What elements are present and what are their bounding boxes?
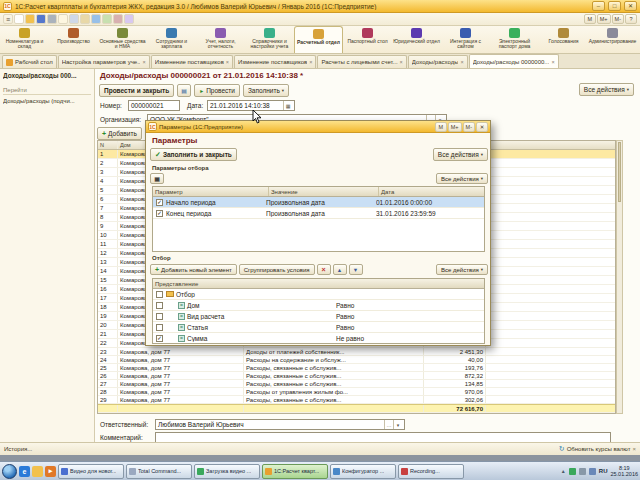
doc-tab[interactable]: Настройка параметров уче...× bbox=[58, 55, 150, 68]
network-icon[interactable] bbox=[589, 468, 596, 475]
close-icon[interactable]: × bbox=[400, 59, 403, 65]
tray-expand-icon[interactable]: ▲ bbox=[561, 468, 566, 474]
taskbar-button[interactable]: Total Command... bbox=[126, 464, 192, 479]
fill-and-close-button[interactable]: ✓Заполнить и закрыть bbox=[150, 148, 237, 161]
refresh-icon[interactable]: ↻ bbox=[559, 445, 565, 453]
table-scrollbar[interactable] bbox=[616, 140, 623, 414]
move-up-icon[interactable]: ▲ bbox=[333, 264, 347, 275]
column-value[interactable]: Значение bbox=[269, 187, 379, 196]
section-tab-9[interactable]: Юридический отдел bbox=[392, 26, 441, 53]
table-row[interactable]: 27Комарова, дом 77Расходы, связанные с о… bbox=[98, 380, 615, 388]
table-row[interactable]: 29Комарова, дом 77Расходы, связанные с о… bbox=[98, 396, 615, 404]
refresh-rates-link[interactable]: Обновить курсы валют bbox=[567, 446, 631, 452]
calendar-icon[interactable]: ▦ bbox=[283, 101, 292, 110]
language-indicator[interactable]: RU bbox=[599, 468, 608, 474]
m-minus-button[interactable]: M- bbox=[612, 14, 624, 24]
filter-row[interactable]: =СтатьяРавно bbox=[153, 322, 484, 333]
section-tab-6[interactable]: Справочники и настройки учета bbox=[245, 26, 294, 53]
maximize-button[interactable]: □ bbox=[608, 1, 621, 11]
section-tab-13[interactable]: Администрирование bbox=[588, 26, 637, 53]
save-icon-button[interactable]: ▤ bbox=[177, 84, 191, 97]
checkbox[interactable] bbox=[156, 302, 163, 309]
column-n[interactable]: N bbox=[98, 141, 118, 149]
responsible-input[interactable]: Любимов Валерий Юрьевич…▾ bbox=[155, 419, 405, 430]
post-button[interactable]: ►Провести bbox=[194, 84, 240, 97]
section-tab-8[interactable]: Паспортный стол bbox=[343, 26, 392, 53]
param-row[interactable]: ✓Начало периодаПроизвольная дата01.01.20… bbox=[153, 197, 484, 208]
table-row[interactable]: 28Комарова, дом 77Расходы от управления … bbox=[98, 388, 615, 396]
section-tab-7[interactable]: Расчетный отдел bbox=[294, 26, 343, 53]
cut-icon[interactable] bbox=[69, 14, 79, 24]
table-row[interactable]: 26Комарова, дом 77Расходы, связанные с о… bbox=[98, 372, 615, 380]
copy-icon[interactable] bbox=[80, 14, 90, 24]
history-link[interactable]: История... bbox=[4, 446, 32, 452]
checkbox[interactable] bbox=[156, 313, 163, 320]
main-menu-icon[interactable]: ≡ bbox=[3, 14, 13, 24]
fill-button[interactable]: Заполнить▾ bbox=[243, 84, 289, 97]
grid-icon-button[interactable]: ▦ bbox=[150, 173, 164, 184]
param-row[interactable]: ✓Конец периодаПроизвольная дата31.01.201… bbox=[153, 208, 484, 219]
section-tab-4[interactable]: Сотрудники и зарплата bbox=[147, 26, 196, 53]
doc-tab[interactable]: Изменение поставщиков× bbox=[234, 55, 316, 68]
filter-row[interactable]: Отбор bbox=[153, 289, 484, 300]
start-button[interactable] bbox=[2, 464, 17, 479]
m-plus-button[interactable]: M+ bbox=[597, 14, 611, 24]
open-icon[interactable] bbox=[25, 14, 35, 24]
column-date[interactable]: Дата bbox=[379, 187, 484, 196]
close-icon[interactable]: × bbox=[226, 59, 229, 65]
column-parameter[interactable]: Параметр bbox=[153, 187, 269, 196]
taskbar-button[interactable]: Видео для новог... bbox=[58, 464, 124, 479]
doc-tab[interactable]: Расчеты с лицевыми счет...× bbox=[317, 55, 406, 68]
doc-tab[interactable]: Доходы/расходы× bbox=[408, 55, 468, 68]
date-input[interactable]: 21.01.2016 14:10:38▦ bbox=[207, 100, 295, 111]
close-icon[interactable]: × bbox=[460, 59, 463, 65]
dialog-all-actions-button[interactable]: Все действия▾ bbox=[433, 148, 488, 161]
m-minus-button[interactable]: M- bbox=[463, 122, 475, 132]
section-tab-2[interactable]: Производство bbox=[49, 26, 98, 53]
m-button[interactable]: M bbox=[435, 122, 447, 132]
group-conditions-button[interactable]: Сгруппировать условия bbox=[239, 264, 315, 275]
shield-icon[interactable] bbox=[569, 468, 576, 475]
save-icon[interactable] bbox=[36, 14, 46, 24]
volume-icon[interactable] bbox=[579, 468, 586, 475]
redo-icon[interactable] bbox=[113, 14, 123, 24]
filter-all-actions-button[interactable]: Все действия▾ bbox=[436, 264, 488, 275]
filter-row[interactable]: =ДомРавно bbox=[153, 300, 484, 311]
m-plus-button[interactable]: M+ bbox=[448, 122, 462, 132]
ie-icon[interactable]: e bbox=[19, 466, 30, 477]
find-icon[interactable] bbox=[124, 14, 134, 24]
table-row[interactable]: 23Комарова, дом 77Доходы от платежей соб… bbox=[98, 348, 615, 356]
section-tab-3[interactable]: Основные средства и НМА bbox=[98, 26, 147, 53]
taskbar-button[interactable]: Recording... bbox=[398, 464, 464, 479]
checkbox[interactable]: ✓ bbox=[156, 335, 163, 342]
number-input[interactable]: 000000021 bbox=[128, 100, 180, 111]
move-down-icon[interactable]: ▼ bbox=[349, 264, 363, 275]
filter-row[interactable]: ✓=СуммаНе равно bbox=[153, 333, 484, 344]
close-icon[interactable]: × bbox=[142, 59, 145, 65]
doc-tab[interactable]: Доходы/расходы 0000000...× bbox=[469, 54, 559, 68]
add-filter-button[interactable]: +Добавить новый элемент bbox=[150, 264, 237, 275]
sidebar-link[interactable]: Доходы/расходы (подчи... bbox=[3, 98, 91, 104]
table-row[interactable]: 25Комарова, дом 77Расходы, связанные с о… bbox=[98, 364, 615, 372]
doc-tab[interactable]: Рабочий стол bbox=[2, 55, 57, 68]
ellipsis-icon[interactable]: … bbox=[384, 420, 393, 429]
clock[interactable]: 8:19 25.01.2016 bbox=[610, 465, 638, 478]
close-button[interactable]: ✕ bbox=[476, 122, 488, 132]
chevron-down-icon[interactable]: ▾ bbox=[393, 420, 402, 429]
section-tab-12[interactable]: Голосования bbox=[539, 26, 588, 53]
taskbar-button[interactable]: Конфигуратор ... bbox=[330, 464, 396, 479]
checkbox[interactable]: ✓ bbox=[156, 210, 163, 217]
scrollbar-thumb[interactable] bbox=[618, 142, 621, 202]
help-button[interactable]: ? bbox=[625, 14, 637, 24]
add-row-button[interactable]: +Добавить bbox=[97, 127, 142, 140]
taskbar-button[interactable]: 1С:Расчет кварт... bbox=[262, 464, 328, 479]
checkbox[interactable] bbox=[156, 324, 163, 331]
delete-icon[interactable]: × bbox=[317, 264, 331, 275]
new-document-icon[interactable] bbox=[14, 14, 24, 24]
undo-icon[interactable] bbox=[102, 14, 112, 24]
table-row[interactable]: 24Комарова, дом 77Расходы на содержание … bbox=[98, 356, 615, 364]
dialog-titlebar[interactable]: 1С Параметры (1С:Предприятие) MM+M-✕ bbox=[146, 121, 490, 133]
print-icon[interactable] bbox=[47, 14, 57, 24]
minimize-button[interactable]: – bbox=[592, 1, 605, 11]
media-player-icon[interactable]: ▸ bbox=[45, 466, 56, 477]
